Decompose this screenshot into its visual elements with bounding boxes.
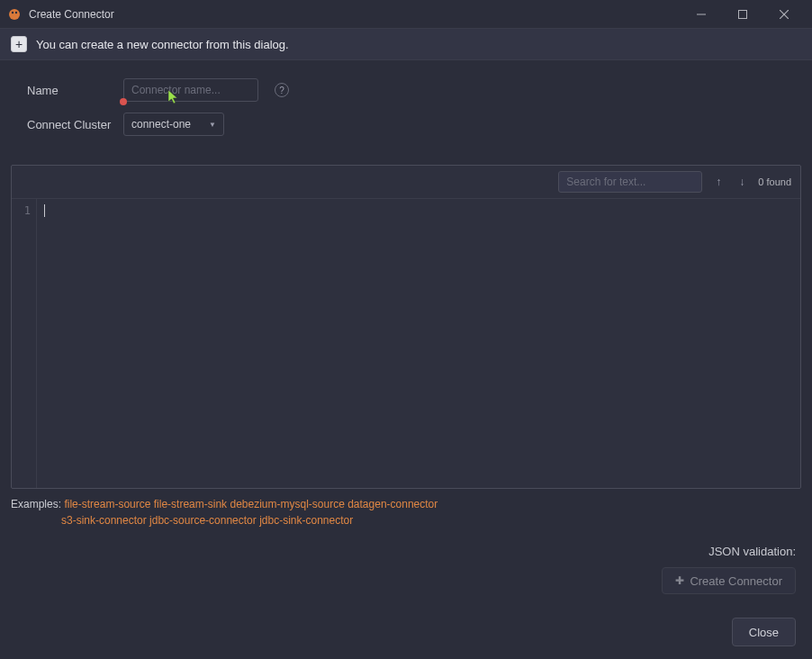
example-link[interactable]: jdbc-sink-connector — [259, 514, 353, 527]
plus-icon: + — [11, 36, 27, 52]
example-link[interactable]: s3-sink-connector — [61, 514, 147, 527]
editor-panel: ↑ ↓ 0 found 1 — [11, 165, 801, 489]
example-link[interactable]: file-stream-sink — [154, 498, 227, 510]
examples-label: Examples: — [11, 498, 61, 510]
svg-point-2 — [15, 11, 17, 13]
svg-rect-4 — [739, 10, 747, 18]
name-label: Name — [27, 84, 113, 97]
close-button-label: Close — [749, 626, 779, 639]
chevron-down-icon: ▼ — [209, 121, 216, 129]
example-link[interactable]: jdbc-source-connector — [149, 514, 257, 527]
example-link[interactable]: datagen-connector — [347, 498, 438, 510]
example-link[interactable]: debezium-mysql-source — [230, 498, 344, 510]
info-text: You can create a new connector from this… — [36, 38, 289, 51]
cluster-select-value: connect-one — [131, 118, 191, 131]
connect-cluster-select[interactable]: connect-one ▼ — [123, 113, 224, 136]
close-window-button[interactable] — [763, 0, 805, 29]
editor-gutter: 1 — [12, 199, 37, 488]
line-number: 1 — [17, 204, 31, 217]
plus-icon: ✚ — [675, 574, 684, 587]
info-bar: + You can create a new connector from th… — [0, 29, 812, 60]
connector-name-input[interactable] — [123, 78, 258, 102]
titlebar: Create Connector — [0, 0, 812, 29]
help-icon[interactable]: ? — [275, 83, 289, 97]
json-validation-label: JSON validation: — [0, 545, 796, 558]
example-link[interactable]: file-stream-source — [64, 498, 150, 510]
editor-textarea[interactable] — [37, 199, 800, 488]
svg-point-0 — [9, 9, 20, 20]
editor-search-input[interactable] — [558, 171, 702, 193]
maximize-button[interactable] — [722, 0, 763, 29]
svg-rect-3 — [697, 14, 706, 14]
svg-point-1 — [12, 11, 14, 13]
create-connector-button[interactable]: ✚ Create Connector — [662, 567, 796, 594]
window-title: Create Connector — [29, 8, 114, 21]
search-next-button[interactable]: ↓ — [735, 176, 749, 188]
error-indicator-icon — [120, 98, 127, 105]
minimize-button[interactable] — [681, 0, 722, 29]
close-button[interactable]: Close — [732, 618, 796, 646]
search-found-count: 0 found — [758, 176, 791, 187]
search-prev-button[interactable]: ↑ — [711, 176, 726, 188]
create-button-label: Create Connector — [690, 574, 782, 588]
app-icon — [7, 7, 22, 22]
cluster-label: Connect Cluster — [27, 118, 113, 131]
